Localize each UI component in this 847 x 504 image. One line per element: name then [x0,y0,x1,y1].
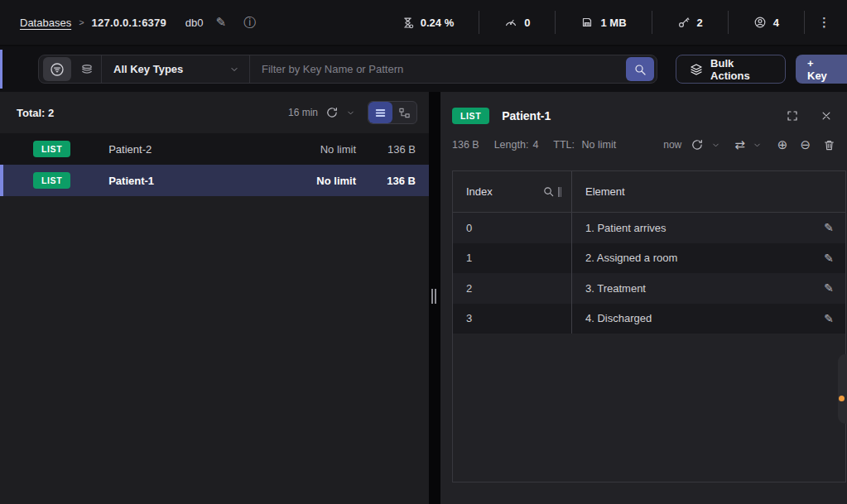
list-view-icon [374,107,387,119]
element-index: 2 [453,273,571,304]
search-filter-bar: All Key Types Bulk Actions + Key [0,46,847,92]
chevron-down-icon [229,65,239,74]
refresh-icon[interactable] [691,138,704,151]
info-icon[interactable]: ⓘ [243,15,256,31]
fullscreen-icon[interactable] [786,109,799,122]
stat-memory: 1 MB [556,11,652,34]
detail-key-size: 136 B [452,139,479,151]
stat-cpu: 0.24 % [377,11,479,34]
add-key-label: + Key [807,57,835,82]
element-value: 2. Assigned a room [585,252,677,264]
last-refresh-label: 16 min [288,107,318,118]
table-header-row: Index Element [453,171,845,213]
list-view-button[interactable] [368,102,392,123]
key-size: 136 B [356,175,429,187]
overview-stats: 0.24 % 0 1 MB 2 4 ⋮ [377,0,839,45]
key-row-patient-1[interactable]: LIST Patient-1 No limit 136 B [0,165,429,196]
filter-icon [50,62,65,77]
element-value: 3. Treatment [585,282,646,295]
element-index: 3 [453,304,571,334]
cpu-value: 0.24 % [421,17,454,29]
memory-value: 1 MB [600,17,626,29]
detail-key-ttl: TTL: No limit [553,139,616,151]
delete-key-icon[interactable] [823,139,835,151]
search-icon [633,63,647,76]
column-resize-handle[interactable] [558,187,561,197]
gauge-icon [504,16,517,29]
tree-view-button[interactable] [392,102,416,123]
formatter-swap-icon[interactable]: ⇄ [734,137,745,152]
more-menu-icon[interactable]: ⋮ [805,15,839,30]
key-type-badge: LIST [33,141,70,157]
layers-icon [690,63,703,76]
index-search-icon[interactable] [542,185,555,198]
stat-commands: 0 [479,11,556,34]
resize-handle-icon[interactable] [431,289,436,304]
stat-clients: 4 [729,11,805,34]
key-detail-header: LIST Patient-1 [440,92,847,124]
table-row[interactable]: 0 1. Patient arrives ✎ [453,213,845,243]
refresh-options-chevron-icon[interactable] [711,141,720,150]
notification-dot [839,396,845,401]
key-list-header: Total: 2 16 min [0,92,429,133]
filter-mode-button[interactable] [43,57,71,81]
group-keys-icon [79,62,94,77]
commands-value: 0 [524,17,530,29]
bulk-actions-label: Bulk Actions [710,57,772,82]
active-nav-indicator [0,50,2,89]
column-header-index: Index [466,185,493,198]
formatter-chevron-icon[interactable] [753,141,762,150]
key-type-select[interactable]: All Key Types [102,55,249,83]
list-elements-table: Index Element 0 1. Patient arrives ✎ [452,170,846,482]
key-type-selected-value: All Key Types [113,63,183,75]
table-row[interactable]: 3 4. Discharged ✎ [453,304,845,334]
close-icon[interactable] [821,110,832,122]
breadcrumb-instance-host: 127.0.0.1:6379 [92,17,166,29]
key-icon [677,16,691,29]
key-size: 136 B [356,143,429,156]
edit-element-icon[interactable]: ✎ [824,281,834,295]
add-key-button[interactable]: + Key [796,55,847,84]
breadcrumb-databases-link[interactable]: Databases [20,17,71,29]
keys-value: 2 [697,17,703,29]
element-value: 1. Patient arrives [585,222,667,234]
key-type-badge: LIST [452,108,489,124]
table-row[interactable]: 1 2. Assigned a room ✎ [453,243,845,274]
element-index: 1 [453,243,571,274]
group-keys-button[interactable] [73,57,101,81]
panel-resize-gutter[interactable] [429,92,440,504]
total-keys-label: Total: 2 [17,107,54,119]
edit-db-icon[interactable]: ✎ [216,15,227,30]
insights-panel-trigger[interactable] [838,354,847,424]
user-icon [753,16,767,29]
bulk-actions-button[interactable]: Bulk Actions [676,55,786,84]
edit-element-icon[interactable]: ✎ [824,312,834,325]
refresh-options-chevron-icon[interactable] [346,108,355,118]
key-meta-row: 136 B Length:4 TTL: No limit now ⇄ ⊕ [440,124,847,152]
add-element-icon[interactable]: ⊕ [777,137,788,152]
db-index-label: db0 [185,17,204,29]
key-filter-group: All Key Types [38,55,657,84]
browser-main: Total: 2 16 min [0,92,847,504]
remove-elements-icon[interactable]: ⊖ [800,137,811,152]
refresh-icon[interactable] [325,106,339,119]
view-toggle [368,101,417,124]
breadcrumb-separator: > [79,17,84,27]
search-button[interactable] [626,57,654,81]
table-row[interactable]: 2 3. Treatment ✎ [453,273,845,304]
tree-view-icon [398,107,411,119]
memory-icon [580,16,594,29]
breadcrumb: Databases > 127.0.0.1:6379 db0 ✎ ⓘ [20,15,256,31]
key-name: Patient-2 [108,143,274,156]
edit-element-icon[interactable]: ✎ [824,221,834,234]
key-filter-input[interactable] [250,55,626,83]
detail-key-name: Patient-1 [502,109,551,122]
element-index: 0 [453,213,571,243]
key-row-patient-2[interactable]: LIST Patient-2 No limit 136 B [0,133,429,165]
edit-element-icon[interactable]: ✎ [824,252,834,265]
instance-topbar: Databases > 127.0.0.1:6379 db0 ✎ ⓘ 0.24 … [0,0,847,46]
element-value: 4. Discharged [585,312,652,324]
column-header-element: Element [585,185,625,198]
stat-keys: 2 [652,11,729,34]
key-name: Patient-1 [108,175,274,187]
